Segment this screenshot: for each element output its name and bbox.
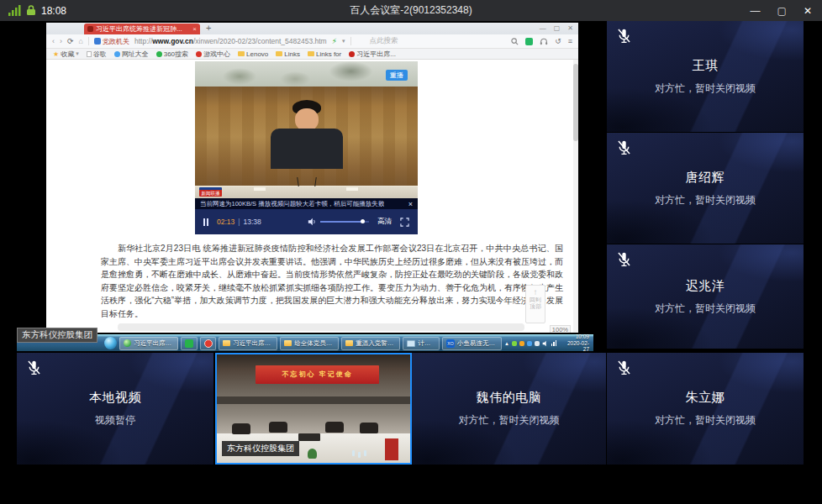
shield-icon (94, 38, 101, 45)
search-icon[interactable] (511, 38, 519, 45)
page-icon (87, 51, 92, 57)
browser-restore-button[interactable]: ▢ (554, 23, 561, 34)
tray-icon[interactable] (519, 341, 524, 346)
tray-network-icon[interactable] (551, 340, 557, 346)
extension-icon[interactable] (525, 38, 533, 45)
folder-icon (238, 51, 245, 56)
room-banner: 不忘初心 牢记使命 (256, 365, 379, 384)
web-page: 重播 新闻联播 当前网速为100KB/S 播放视频问题较大若卡顿，稍后可能播放失… (46, 60, 578, 333)
computer-icon (407, 340, 415, 347)
participant-status: 对方忙，暂时关闭视频 (655, 302, 756, 316)
star-icon: ★ (53, 50, 59, 58)
participant-status: 对方忙，暂时关闭视频 (655, 193, 756, 207)
playback-time: 02:13 | 13:38 (217, 218, 261, 226)
participant-tile[interactable]: 王琪 对方忙，暂时关闭视频 (607, 21, 804, 132)
bookmark-favorites[interactable]: ★收藏▾ (53, 50, 79, 59)
browser-close-button[interactable]: ✕ (567, 23, 573, 34)
volume-slider[interactable] (320, 221, 369, 223)
taskbar-app-button[interactable] (181, 337, 198, 350)
tray-expand-icon[interactable]: ▲ (504, 341, 509, 346)
quality-button[interactable]: 高清 (377, 217, 392, 227)
bookmark-item[interactable]: 谷歌 (87, 50, 107, 59)
taskbar-folder-button[interactable]: 重温入党誓词... (341, 337, 400, 350)
minimize-button[interactable]: — (751, 5, 761, 17)
folder-icon (345, 340, 353, 346)
clock: 18:08 (41, 5, 66, 17)
bookmark-item[interactable]: 游戏中心 (196, 50, 230, 59)
page-scrollbar[interactable] (573, 60, 578, 333)
close-button[interactable]: ✕ (804, 5, 812, 17)
participant-name: 王琪 (693, 58, 719, 74)
participant-tile[interactable]: 唐绍辉 对方忙，暂时关闭视频 (607, 133, 804, 244)
tray-icon[interactable] (512, 341, 517, 346)
participant-name: 迟兆洋 (686, 278, 725, 294)
browser-tab[interactable]: 习近平出席统筹推进新冠肺... × (84, 24, 200, 34)
menu-icon[interactable]: ≡ (568, 37, 572, 45)
meeting-title: 百人会议室-2(9012352348) (202, 3, 620, 18)
url-field[interactable]: http://www.gov.cn/xinwen/2020-02/23/cont… (134, 37, 327, 45)
start-button[interactable] (104, 337, 117, 349)
toast-close-icon[interactable]: × (408, 200, 413, 208)
channel-logo: 新闻联播 (199, 187, 222, 197)
lock-icon (26, 5, 36, 16)
article-text: 新华社北京2月23日电 统筹推进新冠肺炎疫情防控和经济社会发展工作部署会议23日… (101, 242, 563, 321)
arrow-up-icon: ↑ (526, 287, 545, 297)
tray-icon[interactable] (527, 341, 532, 346)
new-tab-button[interactable]: + (206, 23, 211, 34)
maximize-button[interactable]: ▢ (777, 5, 787, 17)
forward-icon[interactable]: › (60, 37, 62, 45)
taskbar-folder-button[interactable]: 习近平出席统... (219, 337, 277, 350)
participant-tile[interactable]: 朱立娜 对方忙，暂时关闭视频 (607, 353, 804, 465)
video-frame (195, 87, 418, 198)
screen-share-stage[interactable]: 习近平出席统筹推进新冠肺... × + — ▢ ✕ ‹ › ⟳ ⌂ 党政机关 (17, 21, 593, 351)
back-icon[interactable]: ‹ (52, 37, 55, 45)
video-player[interactable]: 重播 新闻联播 当前网速为100KB/S 播放视频问题较大若卡顿，稍后可能播放失… (195, 61, 418, 234)
replay-badge: 重播 (386, 70, 408, 81)
bookmark-item[interactable]: 360搜索 (156, 50, 188, 59)
taskbar-computer-button[interactable]: 计算机 (403, 337, 440, 350)
home-icon[interactable]: ⌂ (79, 37, 83, 45)
bookmark-folder[interactable]: Lenovo (238, 50, 268, 58)
undo-icon[interactable]: ↺ (555, 37, 561, 45)
taskbar-xylink-button[interactable]: XO 小鱼易连无线... (442, 337, 502, 350)
mic-muted-icon (615, 139, 633, 156)
back-to-top-button[interactable]: ↑ 回到顶部 (525, 285, 545, 323)
participant-name: 本地视频 (89, 390, 141, 406)
taskbar-browser-button[interactable]: 习近平出席统... (119, 337, 178, 350)
active-video-tile[interactable]: 不忘初心 牢记使命 东方科仪控股集团 (215, 353, 412, 465)
taskbar-app-button[interactable] (200, 337, 217, 350)
tray-volume-icon[interactable] (542, 340, 549, 347)
speed-mode-icon[interactable]: ⚡ (332, 37, 337, 45)
pause-button[interactable] (203, 218, 208, 226)
participant-name: 朱立娜 (686, 390, 725, 406)
taskbar-folder-button[interactable]: 给全体党员书... (280, 337, 339, 350)
participant-tile[interactable]: 魏伟的电脑 对方忙，暂时关闭视频 (412, 353, 606, 465)
participant-status: 对方忙，暂时关闭视频 (655, 413, 756, 428)
fullscreen-icon[interactable] (400, 218, 409, 227)
scrollbar-thumb[interactable] (573, 64, 578, 141)
browser-tabbar: 习近平出席统筹推进新冠肺... × + — ▢ ✕ (46, 23, 578, 34)
refresh-icon[interactable]: ⟳ (67, 37, 74, 45)
taskbar-clock[interactable]: 10:09 2020-02-27 (562, 333, 589, 353)
bookmark-item[interactable]: 习近平出席... (349, 50, 396, 59)
browser-minimize-button[interactable]: — (540, 23, 546, 34)
search-input[interactable]: 点此搜索 (370, 36, 398, 46)
tray-icon[interactable] (535, 341, 540, 346)
local-video-tile[interactable]: 本地视频 视频暂停 (17, 353, 213, 465)
bookmark-item[interactable]: 网址大全 (114, 50, 149, 59)
tab-close-icon[interactable]: × (192, 25, 197, 33)
360-search-icon (156, 51, 162, 57)
bookmark-folder[interactable]: Links for (308, 50, 341, 58)
chevron-down-icon[interactable]: ▾ (342, 38, 345, 45)
meeting-window: 18:08 百人会议室-2(9012352348) — ▢ ✕ 习近平出席统筹推… (0, 0, 822, 504)
bookmark-folder[interactable]: Links (276, 50, 300, 58)
video-source-label: 东方科仪控股集团 (222, 441, 299, 456)
participant-tile[interactable]: 迟兆洋 对方忙，暂时关闭视频 (607, 244, 804, 349)
page-divider-bar (118, 323, 524, 331)
folder-icon (276, 51, 282, 56)
volume-icon[interactable] (308, 218, 316, 226)
shared-browser-window: 习近平出席统筹推进新冠肺... × + — ▢ ✕ ‹ › ⟳ ⌂ 党政机关 (46, 23, 578, 333)
windows-taskbar: 习近平出席统... 习近平出席统... 给全体党员书... 重温入党誓词... … (17, 334, 593, 351)
headset-icon[interactable] (540, 38, 548, 45)
player-controls: 02:13 | 13:38 (195, 209, 418, 234)
